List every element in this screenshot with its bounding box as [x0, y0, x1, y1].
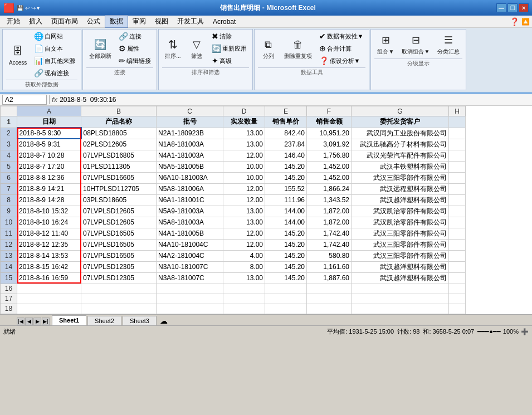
cell-6-a[interactable]: 2018-8-8 12:36 [17, 172, 81, 183]
cell-3-e[interactable]: 237.84 [265, 139, 307, 150]
cell-10-d[interactable]: 13.00 [223, 217, 265, 228]
cell-10-e[interactable]: 144.00 [265, 217, 307, 228]
cell-4-c[interactable]: N4A1-181003A [157, 150, 223, 161]
formula-input[interactable] [60, 96, 530, 104]
cell-8-c[interactable]: N6A1-181001C [157, 194, 223, 206]
cell-7-b[interactable]: 10HTPLSD112705 [81, 183, 157, 194]
cell-9-c[interactable]: N5A9-181003A [157, 206, 223, 217]
ungroup-button[interactable]: ⊟ 取消组合▼ [399, 31, 432, 57]
cell-7-a[interactable]: 2018-8-9 14:21 [17, 183, 81, 194]
cell-15-e[interactable]: 145.20 [265, 272, 307, 284]
cell-2-d[interactable]: 13.00 [223, 128, 265, 139]
edit-links-button[interactable]: ✏ 编辑链接 [116, 55, 153, 66]
cell-2-g[interactable]: 武汉同为工业股份有限公司 [352, 128, 449, 139]
cell-8-e[interactable]: 111.96 [265, 194, 307, 206]
col-header-h[interactable]: H [449, 106, 466, 116]
cell-4-e[interactable]: 146.40 [265, 150, 307, 161]
cell-11-b[interactable]: 07LVPLSD16505 [81, 228, 157, 239]
cell-15-f[interactable]: 1,887.60 [307, 272, 352, 284]
cell-14-f[interactable]: 1,161.60 [307, 261, 352, 272]
header-batch[interactable]: 批号 [157, 116, 223, 128]
web-button[interactable]: 🌐 自网站 [32, 31, 77, 42]
properties-button[interactable]: ⚙ 属性 [116, 43, 153, 54]
col-header-e[interactable]: E [265, 106, 307, 116]
cell-10-f[interactable]: 1,872.00 [307, 217, 352, 228]
access-button[interactable]: 🗄 Access [6, 42, 30, 67]
cell-2-f[interactable]: 10,951.20 [307, 128, 352, 139]
zoom-minus[interactable]: ➕ [521, 328, 529, 335]
col-header-g[interactable]: G [352, 106, 449, 116]
cell-2-e[interactable]: 842.40 [265, 128, 307, 139]
cell-13-g[interactable]: 武汉三阳零部件有限公司 [352, 250, 449, 261]
header-date[interactable]: 日期 [17, 116, 81, 128]
cell-14-d[interactable]: 8.00 [223, 261, 265, 272]
sheet-nav-prev[interactable]: ◀ [25, 318, 33, 325]
cell-6-e[interactable]: 145.20 [265, 172, 307, 183]
new-sheet-icon[interactable]: ☁ [160, 316, 168, 325]
col-header-b[interactable]: B [81, 106, 157, 116]
cell-4-b[interactable]: 07LVPLSD16805 [81, 150, 157, 161]
cell-13-b[interactable]: 07LVPLSD16505 [81, 250, 157, 261]
cell-11-a[interactable]: 2018-8-12 11:40 [17, 228, 81, 239]
cell-12-a[interactable]: 2018-8-12 12:35 [17, 239, 81, 250]
cell-7-e[interactable]: 155.52 [265, 183, 307, 194]
cell-6-c[interactable]: N6A10-181003A [157, 172, 223, 183]
group-button[interactable]: ⊞ 组合▼ [374, 31, 397, 57]
remove-duplicates-button[interactable]: 🗑 删除重复项 [281, 35, 315, 62]
cell-11-f[interactable]: 1,742.40 [307, 228, 352, 239]
tab-sheet3[interactable]: Sheet3 [123, 316, 157, 325]
cell-15-g[interactable]: 武汉越洋塑料有限公司 [352, 272, 449, 284]
cell-12-f[interactable]: 1,742.40 [307, 239, 352, 250]
what-if-button[interactable]: ❓ 假设分析▼ [317, 55, 366, 66]
cell-2-c[interactable]: N2A1-180923B [157, 128, 223, 139]
cell-15-c[interactable]: N3A8-181007C [157, 272, 223, 284]
menu-start[interactable]: 开始 [2, 16, 25, 27]
cell-3-f[interactable]: 3,091.92 [307, 139, 352, 150]
cell-8-a[interactable]: 2018-8-9 14:28 [17, 194, 81, 206]
col-header-c[interactable]: C [157, 106, 223, 116]
cell-8-b[interactable]: 03PLSD18605 [81, 194, 157, 206]
cell-12-b[interactable]: 07LVPLSD16505 [81, 239, 157, 250]
cell-5-c[interactable]: N5A5-181005B [157, 161, 223, 172]
subtotal-button[interactable]: ☰ 分类汇总 [435, 31, 462, 57]
cell-3-g[interactable]: 武汉迅驰高分子材料有限公司 [352, 139, 449, 150]
cell-9-d[interactable]: 13.00 [223, 206, 265, 217]
cell-12-e[interactable]: 145.20 [265, 239, 307, 250]
cell-5-e[interactable]: 145.20 [265, 161, 307, 172]
menu-data[interactable]: 数据 [105, 15, 128, 28]
cell-14-b[interactable]: 07LVPLSD12305 [81, 261, 157, 272]
header-customer[interactable]: 委托发货客户 [352, 116, 449, 128]
cell-7-g[interactable]: 武汉远程塑料有限公司 [352, 183, 449, 194]
cell-4-f[interactable]: 1,756.80 [307, 150, 352, 161]
sheet-nav-last[interactable]: ▶| [42, 318, 50, 325]
menu-view[interactable]: 视图 [150, 16, 173, 27]
cell-11-e[interactable]: 145.20 [265, 228, 307, 239]
cell-6-f[interactable]: 1,452.00 [307, 172, 352, 183]
connections-button[interactable]: 🔗 连接 [116, 31, 153, 42]
filter-button[interactable]: ▽ 筛选 [186, 35, 207, 62]
cell-3-d[interactable]: 13.00 [223, 139, 265, 150]
col-header-d[interactable]: D [223, 106, 265, 116]
cell-12-d[interactable]: 12.00 [223, 239, 265, 250]
cell-11-d[interactable]: 12.00 [223, 228, 265, 239]
help-icon[interactable]: ❓ [510, 17, 519, 26]
name-box[interactable] [2, 95, 47, 105]
sheet-nav-first[interactable]: |◀ [17, 318, 25, 325]
text-to-columns-button[interactable]: ⧉ 分列 [258, 35, 279, 62]
cell-5-a[interactable]: 2018-8-7 17:20 [17, 161, 81, 172]
cell-10-c[interactable]: N5A8-181003A [157, 217, 223, 228]
cell-4-a[interactable]: 2018-8-7 10:28 [17, 150, 81, 161]
cell-15-d[interactable]: 13.00 [223, 272, 265, 284]
text-button[interactable]: 📄 自文本 [32, 43, 77, 54]
ribbon-toggle[interactable]: 🔼 [521, 18, 530, 26]
cell-9-e[interactable]: 144.00 [265, 206, 307, 217]
other-sources-button[interactable]: 📊 自其他来源 [32, 55, 77, 66]
header-amount[interactable]: 销售金额 [307, 116, 352, 128]
data-validation-button[interactable]: ✔ 数据有效性▼ [317, 31, 366, 42]
cell-7-d[interactable]: 12.00 [223, 183, 265, 194]
refresh-all-button[interactable]: 🔄 全部刷新 [86, 35, 114, 62]
cell-14-a[interactable]: 2018-8-15 16:42 [17, 261, 81, 272]
clear-button[interactable]: ✖ 清除 [209, 31, 249, 42]
cell-9-g[interactable]: 武汉凯治零部件有限公司 [352, 206, 449, 217]
cell-15-a[interactable]: 2018-8-16 16:59 [17, 272, 81, 284]
